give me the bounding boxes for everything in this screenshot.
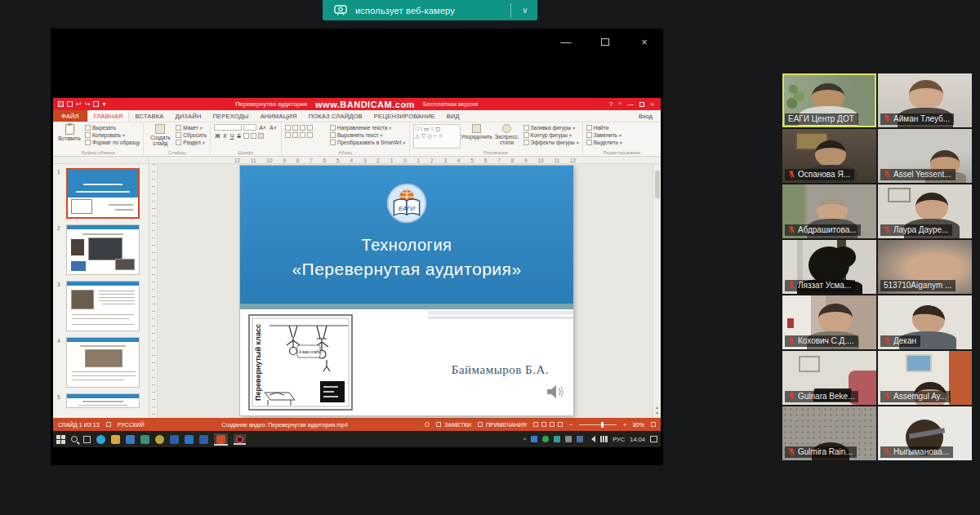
slide-thumbnail[interactable] (66, 393, 140, 408)
maximize-button[interactable] (598, 35, 612, 48)
word-icon[interactable] (185, 435, 194, 444)
undo-icon[interactable]: ↩ (76, 101, 82, 107)
align-left-icon[interactable] (285, 132, 291, 138)
zoom-out-button[interactable]: − (569, 422, 572, 428)
tray-app-icon[interactable] (577, 436, 583, 442)
tray-app-icon[interactable] (565, 436, 572, 442)
tab-design[interactable]: ДИЗАЙН (170, 110, 207, 122)
audio-speaker-icon[interactable] (546, 383, 565, 401)
app-icon[interactable] (199, 435, 208, 444)
sign-in-link[interactable]: Вход (630, 110, 661, 122)
shape-fill-button[interactable]: Заливка фигуры▾ (523, 125, 579, 131)
tab-view[interactable]: ВИД (441, 110, 466, 122)
tab-transitions[interactable]: ПЕРЕХОДЫ (207, 110, 255, 122)
slide-sorter-icon[interactable] (541, 422, 546, 427)
tray-clock[interactable]: 14:04 (630, 436, 645, 443)
participant-tile[interactable]: Абдрашитова... (782, 184, 876, 238)
reset-button[interactable]: Сбросить (176, 132, 207, 138)
bandicam-taskbar-button[interactable] (234, 434, 246, 445)
bullets-icon[interactable] (285, 125, 291, 131)
redo-icon[interactable]: ↪ (85, 101, 91, 107)
participant-tile[interactable]: Ляззат Усма... (782, 240, 876, 294)
format-painter-button[interactable]: Формат по образцу (85, 140, 140, 145)
store-icon[interactable] (140, 435, 149, 444)
ppt-minimize-icon[interactable]: — (627, 100, 634, 108)
mail-icon[interactable] (126, 435, 135, 444)
participant-tile[interactable]: Ныгыманова... (878, 406, 972, 460)
font-size-input[interactable] (243, 124, 256, 131)
spellcheck-icon[interactable] (106, 422, 111, 427)
layout-button[interactable]: Макет▾ (176, 125, 207, 131)
file-explorer-icon[interactable] (111, 435, 120, 444)
app-icon[interactable] (170, 435, 179, 444)
font-color-icon[interactable] (258, 133, 264, 139)
shapes-gallery[interactable]: □ \ ▭ ○ ◻ △ ▽ ◇ ~ ☆ (413, 124, 461, 149)
slide-thumbnail[interactable] (66, 337, 140, 388)
tab-home[interactable]: ГЛАВНАЯ (87, 110, 130, 122)
ppt-close-icon[interactable]: × (650, 100, 654, 108)
select-button[interactable]: Выделить▾ (586, 140, 622, 145)
copy-button[interactable]: Копировать▾ (85, 132, 140, 138)
zoom-slider[interactable] (579, 424, 617, 425)
edge-icon[interactable] (96, 435, 105, 444)
new-slide-button[interactable]: Создать слайд (147, 124, 173, 149)
grow-font-button[interactable]: A˄ (258, 125, 267, 131)
char-spacing-icon[interactable] (243, 133, 249, 139)
network-icon[interactable] (600, 436, 608, 442)
minimize-button[interactable]: — (559, 35, 573, 48)
tray-app-icon[interactable] (542, 436, 549, 442)
slide-nav-buttons[interactable]: ▴▾ (653, 405, 661, 416)
tray-expand-icon[interactable]: ^ (523, 436, 527, 443)
participant-tile[interactable]: Декан (878, 295, 972, 349)
tray-app-icon[interactable] (554, 436, 560, 442)
comments-button[interactable]: ПРИМЕЧАНИЯ (478, 422, 527, 428)
zoom-in-button[interactable]: + (623, 422, 626, 428)
indent-icon[interactable] (300, 125, 305, 131)
numbering-icon[interactable] (292, 125, 298, 131)
participant-tile[interactable]: ЕАГИ Центр ДОТ (782, 73, 876, 127)
participant-tile[interactable]: Gulnara Beke... (782, 351, 876, 405)
align-center-icon[interactable] (292, 132, 298, 138)
tray-app-icon[interactable] (531, 436, 537, 442)
tab-review[interactable]: РЕЦЕНЗИРОВАНИЕ (368, 110, 441, 122)
slide-thumbnail[interactable] (66, 281, 140, 331)
action-center-icon[interactable] (650, 436, 657, 442)
participant-tile[interactable]: Лаура Дауре... (878, 184, 972, 238)
reading-view-icon[interactable] (550, 422, 555, 427)
tab-insert[interactable]: ВСТАВКА (129, 110, 169, 122)
participant-tile[interactable]: Оспанова Я... (782, 129, 876, 183)
ribbon-options-icon[interactable]: ^ (619, 100, 622, 108)
arrange-button[interactable]: Упорядочить (463, 124, 491, 149)
paste-button[interactable]: Вставить (56, 124, 82, 149)
shape-outline-button[interactable]: Контур фигуры▾ (523, 132, 579, 138)
language-indicator[interactable]: РУССКИЙ (118, 422, 145, 428)
shape-effects-button[interactable]: Эффекты фигуры▾ (523, 140, 579, 145)
replace-button[interactable]: Заменить▾ (586, 132, 622, 138)
participant-tile[interactable]: 513710Aiganym ... (878, 240, 972, 294)
participant-tile[interactable]: Assel Yessent... (878, 129, 972, 183)
participant-tile[interactable]: Кохович С.Д.... (782, 295, 876, 349)
zoom-level[interactable]: 80% (633, 422, 644, 428)
line-spacing-icon[interactable] (307, 125, 313, 131)
start-button[interactable] (56, 435, 65, 444)
font-name-input[interactable] (214, 124, 242, 131)
view-switcher[interactable] (533, 422, 563, 427)
scrollbar-thumb[interactable] (655, 171, 660, 198)
smartart-button[interactable]: Преобразовать в SmartArt▾ (330, 140, 406, 145)
save-icon[interactable] (67, 101, 73, 107)
zoom-slider-thumb[interactable] (601, 422, 604, 428)
align-text-button[interactable]: Выровнять текст▾ (330, 132, 406, 138)
bold-button[interactable]: Ж (214, 133, 220, 139)
slideshow-icon[interactable] (93, 101, 99, 107)
cut-button[interactable]: Вырезать (85, 125, 140, 131)
close-button[interactable]: × (637, 35, 652, 48)
participant-tile[interactable]: Assemgul Ay... (878, 351, 972, 405)
help-icon[interactable]: ? (609, 100, 612, 108)
participant-tile[interactable]: Айман Тлеуб... (878, 73, 972, 127)
tab-file[interactable]: ФАЙЛ (53, 110, 87, 122)
strikethrough-button[interactable]: S (236, 133, 242, 139)
search-icon[interactable] (71, 436, 78, 442)
text-direction-button[interactable]: Направление текста▾ (330, 125, 406, 131)
normal-view-icon[interactable] (533, 422, 538, 427)
fit-to-window-icon[interactable] (651, 422, 656, 427)
